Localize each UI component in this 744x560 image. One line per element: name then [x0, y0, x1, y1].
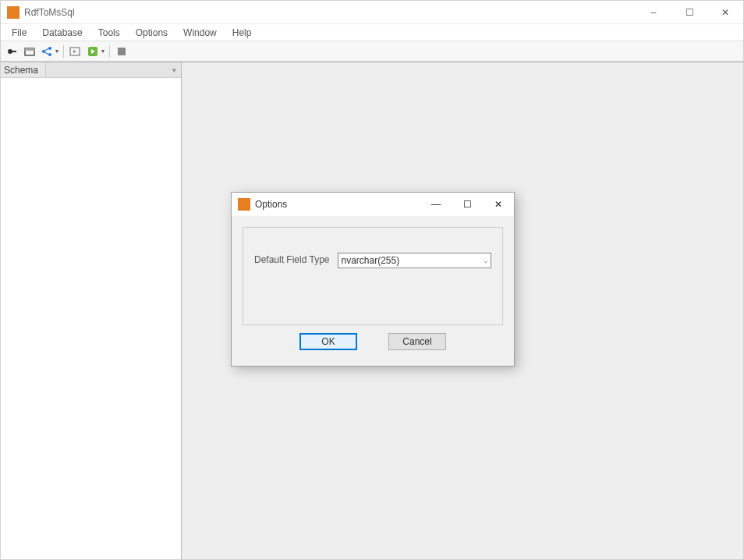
svg-rect-2: [25, 48, 34, 51]
share-icon[interactable]: [40, 44, 54, 58]
schema-dropdown[interactable]: ▾: [46, 62, 181, 77]
chevron-down-icon: ⌵: [484, 257, 487, 264]
window-controls: – ☐ ✕: [636, 1, 743, 24]
toolbar: ▾ ▾: [1, 41, 743, 62]
svg-rect-8: [118, 48, 126, 55]
dialog-close-button[interactable]: ✕: [483, 193, 514, 216]
default-field-type-label: Default Field Type: [254, 254, 330, 265]
cancel-button[interactable]: Cancel: [388, 333, 446, 350]
connect-icon[interactable]: [5, 44, 19, 58]
app-title: RdfToMsSql: [24, 7, 636, 18]
menu-window[interactable]: Window: [177, 26, 223, 40]
toolbar-separator: [63, 45, 64, 58]
open-icon[interactable]: [23, 44, 37, 58]
sidebar-body: [1, 78, 181, 559]
app-icon: [7, 6, 19, 19]
dialog-minimize-button[interactable]: —: [420, 193, 452, 216]
dialog-titlebar: Options — ☐ ✕: [232, 193, 514, 216]
combo-value: nvarchar(255): [342, 255, 400, 266]
dialog-content: Default Field Type nvarchar(255) ⌵ OK Ca…: [232, 216, 514, 366]
dialog-window-controls: — ☐ ✕: [420, 193, 514, 216]
menu-help[interactable]: Help: [226, 26, 258, 40]
maximize-button[interactable]: ☐: [671, 1, 707, 24]
schema-label: Schema: [1, 62, 46, 77]
stop-icon[interactable]: [115, 44, 129, 58]
menu-options[interactable]: Options: [129, 26, 174, 40]
sidebar: Schema ▾: [1, 62, 182, 559]
dialog-title: Options: [255, 199, 420, 210]
schema-row: Schema ▾: [1, 62, 181, 78]
dialog-icon: [238, 198, 250, 211]
share-dropdown-icon[interactable]: ▾: [55, 48, 58, 55]
dialog-maximize-button[interactable]: ☐: [452, 193, 483, 216]
menu-tools[interactable]: Tools: [92, 26, 126, 40]
close-button[interactable]: ✕: [707, 1, 743, 24]
toolbar-separator-2: [109, 45, 110, 58]
dialog-buttons: OK Cancel: [243, 325, 503, 355]
default-field-type-combo[interactable]: nvarchar(255) ⌵: [338, 253, 492, 268]
menu-file[interactable]: File: [5, 26, 33, 40]
run-icon[interactable]: [86, 44, 100, 58]
ok-button[interactable]: OK: [299, 333, 357, 350]
options-dialog: Options — ☐ ✕ Default Field Type nvarcha…: [231, 192, 515, 367]
run-dropdown-icon[interactable]: ▾: [101, 48, 105, 55]
field-group: Default Field Type nvarchar(255) ⌵: [243, 227, 503, 325]
minimize-button[interactable]: –: [636, 1, 671, 24]
svg-point-0: [8, 49, 12, 54]
titlebar: RdfToMsSql – ☐ ✕: [1, 1, 743, 24]
menu-database[interactable]: Database: [36, 26, 88, 40]
execute-icon[interactable]: [69, 44, 83, 58]
menubar: File Database Tools Options Window Help: [1, 24, 743, 41]
